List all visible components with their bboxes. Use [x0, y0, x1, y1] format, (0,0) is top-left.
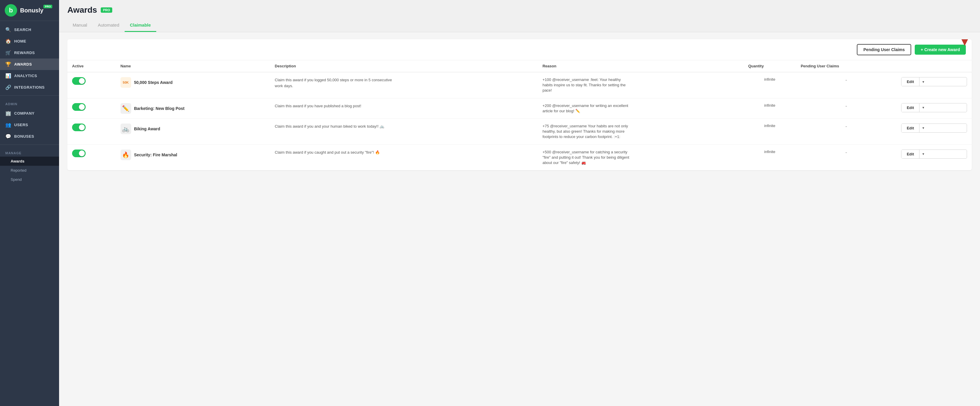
page-header: Awards PRO Manual Automated Claimable: [59, 0, 980, 32]
users-icon: 👥: [5, 122, 11, 127]
description-text: Claim this award if you caught and put o…: [275, 150, 393, 155]
col-reason: Reason: [538, 60, 744, 72]
edit-button-group: Edit ▾: [901, 103, 967, 112]
actions-cell: Edit ▾: [896, 98, 972, 118]
edit-button-group: Edit ▾: [901, 77, 967, 86]
reason-text: +500 @receiver_username for catching a s…: [542, 150, 631, 166]
edit-button[interactable]: Edit: [901, 77, 920, 86]
table-row: 🔥 Security: Fire Marshal Claim this awar…: [67, 145, 972, 170]
name-cell: 🔥 Security: Fire Marshal: [116, 145, 270, 170]
awards-card: Pending User Claims + Create new Award: [67, 39, 972, 170]
reason-cell: +75 @receiver_username Your habits are n…: [538, 118, 744, 145]
pending-cell: -: [796, 72, 896, 98]
edit-button[interactable]: Edit: [901, 124, 920, 132]
dropdown-button[interactable]: ▾: [920, 124, 927, 132]
active-cell: [67, 118, 116, 145]
sidebar-item-awards[interactable]: 🏆 Awards: [0, 59, 59, 70]
sidebar-divider-2: [0, 145, 59, 145]
actions-cell: Edit ▾: [896, 72, 972, 98]
sidebar-item-label: Analytics: [14, 73, 37, 78]
reason-text: +75 @receiver_username Your habits are n…: [542, 124, 631, 140]
reason-text: +200 @receiver_username for writing an e…: [542, 103, 631, 114]
award-name: Barketing: New Blog Post: [134, 106, 185, 111]
reason-text: +100 @receiver_username :feet: Your heal…: [542, 77, 631, 93]
sidebar-item-bonuses[interactable]: 💬 Bonuses: [0, 131, 59, 142]
logo-pro-badge: PRO: [43, 5, 52, 8]
sidebar-item-rewards[interactable]: 🛒 Rewards: [0, 47, 59, 59]
award-icon-cell: ✏️ Barketing: New Blog Post: [121, 103, 266, 114]
award-icon: 🔥: [121, 150, 131, 160]
tab-manual[interactable]: Manual: [67, 19, 92, 32]
pending-cell: -: [796, 98, 896, 118]
logo-area: b Bonusly PRO: [0, 0, 59, 21]
sidebar-item-label: Home: [14, 39, 26, 43]
quantity-cell: infinite: [743, 72, 796, 98]
award-icon: 50K: [121, 77, 131, 88]
quantity-value: infinite: [748, 103, 791, 108]
home-icon: 🏠: [5, 38, 11, 44]
active-toggle[interactable]: [72, 124, 86, 131]
sidebar-item-label: Integrations: [14, 85, 45, 89]
award-name: Biking Award: [134, 126, 161, 131]
name-cell: 50K 50,000 Steps Award: [116, 72, 270, 98]
dropdown-button[interactable]: ▾: [920, 150, 927, 158]
col-actions: [896, 60, 972, 72]
sidebar-item-label: Search: [14, 27, 31, 32]
quantity-cell: infinite: [743, 118, 796, 145]
page-title-row: Awards PRO: [67, 5, 972, 15]
reason-cell: +200 @receiver_username for writing an e…: [538, 98, 744, 118]
sidebar-item-search[interactable]: 🔍 Search: [0, 24, 59, 35]
sidebar-item-company[interactable]: 🏢 Company: [0, 108, 59, 119]
sidebar-item-home[interactable]: 🏠 Home: [0, 35, 59, 47]
edit-button-group: Edit ▾: [901, 124, 967, 133]
award-icon-cell: 50K 50,000 Steps Award: [121, 77, 266, 88]
table-row: 50K 50,000 Steps Award Claim this award …: [67, 72, 972, 98]
active-toggle[interactable]: [72, 150, 86, 157]
pending-value: -: [801, 103, 892, 109]
quantity-cell: infinite: [743, 98, 796, 118]
sidebar-item-integrations[interactable]: 🔗 Integrations: [0, 81, 59, 93]
active-cell: [67, 72, 116, 98]
description-text: Claim this award if you have published a…: [275, 103, 393, 109]
name-cell: ✏️ Barketing: New Blog Post: [116, 98, 270, 118]
sidebar-item-label: Bonuses: [14, 134, 34, 139]
edit-button[interactable]: Edit: [901, 150, 920, 158]
dropdown-button[interactable]: ▾: [920, 103, 927, 112]
sidebar-divider: [0, 96, 59, 96]
company-icon: 🏢: [5, 110, 11, 116]
edit-button[interactable]: Edit: [901, 103, 920, 112]
tab-claimable[interactable]: Claimable: [125, 19, 156, 32]
award-name: Security: Fire Marshal: [134, 153, 177, 157]
sidebar-item-label: Awards: [14, 62, 32, 67]
awards-table: Active Name Description Reason Quantity …: [67, 60, 972, 170]
sidebar-subitem-reported[interactable]: Reported: [0, 166, 59, 175]
content-area: Pending User Claims + Create new Award: [59, 32, 980, 406]
create-new-award-button[interactable]: + Create new Award: [915, 45, 966, 55]
desc-cell: Claim this award if you caught and put o…: [270, 145, 538, 170]
active-cell: [67, 98, 116, 118]
create-award-wrapper: + Create new Award: [915, 45, 966, 55]
sidebar-subitem-awards[interactable]: Awards: [0, 157, 59, 166]
admin-section-label: Admin: [0, 98, 59, 108]
sidebar-item-analytics[interactable]: 📊 Analytics: [0, 70, 59, 81]
main-nav: 🔍 Search 🏠 Home 🛒 Rewards 🏆 Awards 📊 Ana…: [0, 21, 59, 187]
sidebar-subitem-spend[interactable]: Spend: [0, 175, 59, 184]
page-title: Awards: [67, 5, 97, 15]
desc-cell: Claim this award if you logged 50,000 st…: [270, 72, 538, 98]
col-active: Active: [67, 60, 116, 72]
analytics-icon: 📊: [5, 73, 11, 79]
edit-button-group: Edit ▾: [901, 150, 967, 159]
active-toggle[interactable]: [72, 77, 86, 85]
tab-automated[interactable]: Automated: [92, 19, 125, 32]
sidebar-item-users[interactable]: 👥 Users: [0, 119, 59, 131]
table-row: ✏️ Barketing: New Blog Post Claim this a…: [67, 98, 972, 118]
dropdown-button[interactable]: ▾: [920, 77, 927, 86]
active-toggle[interactable]: [72, 103, 86, 111]
pending-user-claims-button[interactable]: Pending User Claims: [857, 44, 911, 55]
name-cell: 🚲 Biking Award: [116, 118, 270, 145]
description-text: Claim this award if you logged 50,000 st…: [275, 77, 393, 89]
award-icon-cell: 🔥 Security: Fire Marshal: [121, 150, 266, 160]
col-pending: Pending User Claims: [796, 60, 896, 72]
description-text: Claim this award if you and your human b…: [275, 124, 393, 129]
col-quantity: Quantity: [743, 60, 796, 72]
